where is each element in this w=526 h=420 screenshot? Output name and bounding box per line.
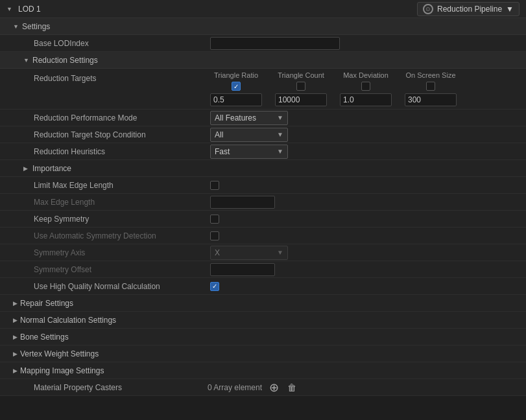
target-checkbox-max_deviation[interactable] — [361, 82, 370, 91]
target-checkbox-triangle_ratio[interactable] — [232, 82, 241, 91]
symmetry-offset-label: Symmetry Offset — [34, 265, 91, 274]
section-label: Mapping Image Settings — [20, 366, 104, 375]
targets-controls: Triangle RatioTriangle CountMax Deviatio… — [208, 69, 459, 109]
symmetry-offset-value-col: 0.0 — [208, 263, 526, 276]
chevron-icon: ▶ — [13, 334, 18, 340]
heuristics-label: Reduction Heuristics — [34, 147, 105, 156]
target-input-triangle_ratio[interactable] — [210, 93, 262, 106]
material-row: Material Property Casters 0 Array elemen… — [0, 379, 526, 396]
top-bar: ▼ LOD 1 ⊙ Reduction Pipeline ▼ — [0, 0, 526, 18]
target-input-on_screen_size[interactable] — [405, 93, 457, 106]
pipeline-dropdown-arrow: ▼ — [506, 5, 514, 14]
section-label: Normal Calculation Settings — [20, 316, 116, 325]
stop-condition-label-col: Reduction Target Stop Condition — [0, 130, 208, 139]
keep-symmetry-value-col — [208, 215, 526, 224]
section-mapping-image-settings[interactable]: ▶Mapping Image Settings — [0, 362, 526, 379]
auto-symmetry-checkbox[interactable] — [210, 231, 219, 240]
lod-chevron[interactable]: ▼ — [6, 6, 13, 12]
performance-mode-label-col: Reduction Performance Mode — [0, 113, 208, 122]
performance-mode-label: Reduction Performance Mode — [34, 113, 137, 122]
settings-chevron[interactable]: ▼ — [13, 23, 19, 30]
limit-max-edge-label: Limit Max Edge Length — [34, 181, 114, 190]
limit-max-edge-label-col: Limit Max Edge Length — [0, 181, 208, 190]
keep-symmetry-label: Keep Symmetry — [34, 215, 89, 224]
heuristics-dropdown[interactable]: Fast ▼ — [210, 145, 288, 159]
importance-label: Importance — [32, 164, 71, 173]
symmetry-axis-value-col: X ▼ — [208, 246, 526, 260]
section-repair-settings[interactable]: ▶Repair Settings — [0, 295, 526, 312]
section-label: Vertex Weight Settings — [20, 349, 99, 358]
high-quality-normal-label-col: Use High Quality Normal Calculation — [0, 282, 208, 291]
symmetry-axis-row: Symmetry Axis X ▼ — [0, 244, 526, 261]
target-checkbox-on_screen_size[interactable] — [426, 82, 435, 91]
limit-max-edge-checkbox[interactable] — [210, 181, 219, 190]
target-col-label-max_deviation: Max Deviation — [343, 71, 389, 79]
chevron-icon: ▶ — [13, 351, 18, 357]
keep-symmetry-row: Keep Symmetry — [0, 211, 526, 228]
keep-symmetry-label-col: Keep Symmetry — [0, 215, 208, 224]
chevron-icon: ▶ — [13, 300, 18, 307]
target-input-triangle_count[interactable] — [275, 93, 327, 106]
settings-label: Settings — [22, 22, 50, 31]
material-value: 0 Array element — [208, 383, 262, 392]
stop-condition-dropdown[interactable]: All ▼ — [210, 128, 288, 142]
lod-title: ▼ LOD 1 — [6, 5, 41, 14]
pipeline-icon: ⊙ — [423, 4, 433, 14]
reduction-targets-row: Reduction Targets Triangle RatioTriangle… — [0, 69, 526, 110]
high-quality-normal-value-col — [208, 282, 526, 291]
section-label: Repair Settings — [20, 299, 73, 308]
performance-mode-row: Reduction Performance Mode All Features … — [0, 110, 526, 126]
performance-mode-dropdown[interactable]: All Features ▼ — [210, 111, 288, 125]
symmetry-axis-label-col: Symmetry Axis — [0, 248, 208, 257]
reduction-settings-label: Reduction Settings — [32, 56, 98, 65]
section-label: Bone Settings — [20, 332, 69, 342]
heuristics-value: Fast — [215, 147, 230, 156]
section-normal-calculation-settings[interactable]: ▶Normal Calculation Settings — [0, 312, 526, 329]
high-quality-normal-checkbox[interactable] — [210, 282, 219, 291]
max-edge-length-input[interactable]: 0.0 — [210, 196, 275, 209]
target-col-triangle_count: Triangle Count — [275, 71, 327, 106]
symmetry-offset-input[interactable]: 0.0 — [210, 263, 275, 276]
performance-mode-value-col: All Features ▼ — [208, 111, 526, 125]
max-edge-length-row: Max Edge Length 0.0 — [0, 194, 526, 211]
target-col-on_screen_size: On Screen Size — [405, 71, 457, 106]
high-quality-normal-label: Use High Quality Normal Calculation — [34, 282, 160, 291]
material-add-button[interactable]: ⊕ — [267, 381, 280, 394]
material-delete-button[interactable]: 🗑 — [285, 381, 298, 394]
target-input-max_deviation[interactable] — [340, 93, 392, 106]
target-col-max_deviation: Max Deviation — [340, 71, 392, 106]
keep-symmetry-checkbox[interactable] — [210, 215, 219, 224]
symmetry-axis-arrow: ▼ — [277, 249, 283, 256]
target-col-triangle_ratio: Triangle Ratio — [210, 71, 262, 106]
target-checkbox-triangle_count[interactable] — [296, 82, 305, 91]
symmetry-offset-label-col: Symmetry Offset — [0, 265, 208, 274]
section-vertex-weight-settings[interactable]: ▶Vertex Weight Settings — [0, 345, 526, 362]
symmetry-axis-value: X — [215, 248, 220, 257]
symmetry-axis-label: Symmetry Axis — [34, 248, 85, 257]
section-bone-settings[interactable]: ▶Bone Settings — [0, 329, 526, 345]
reduction-targets-label-col: Reduction Targets — [0, 69, 208, 83]
importance-chevron[interactable]: ▶ — [23, 165, 30, 172]
base-lod-row: Base LODIndex 0 — [0, 35, 526, 52]
stop-condition-label: Reduction Target Stop Condition — [34, 130, 146, 139]
pipeline-button[interactable]: ⊙ Reduction Pipeline ▼ — [417, 2, 520, 16]
chevron-icon: ▶ — [13, 317, 18, 323]
reduction-settings-section: ▼ Reduction Settings — [0, 52, 526, 69]
auto-symmetry-value-col — [208, 231, 526, 240]
pipeline-label: Reduction Pipeline — [437, 5, 502, 14]
max-edge-length-label-col: Max Edge Length — [0, 198, 208, 207]
stop-condition-row: Reduction Target Stop Condition All ▼ — [0, 126, 526, 143]
performance-mode-value: All Features — [215, 113, 256, 122]
performance-mode-arrow: ▼ — [277, 114, 283, 121]
material-label-col: Material Property Casters — [0, 383, 208, 392]
target-col-label-triangle_count: Triangle Count — [278, 71, 324, 79]
base-lod-input[interactable]: 0 — [210, 37, 340, 50]
auto-symmetry-row: Use Automatic Symmetry Detection — [0, 228, 526, 244]
base-lod-label: Base LODIndex — [34, 39, 89, 48]
reduction-settings-chevron[interactable]: ▼ — [23, 57, 30, 64]
max-edge-length-value-col: 0.0 — [208, 196, 526, 209]
heuristics-label-col: Reduction Heuristics — [0, 147, 208, 156]
stop-condition-arrow: ▼ — [277, 131, 283, 138]
symmetry-axis-dropdown[interactable]: X ▼ — [210, 246, 288, 260]
lod-label: LOD 1 — [18, 5, 41, 14]
